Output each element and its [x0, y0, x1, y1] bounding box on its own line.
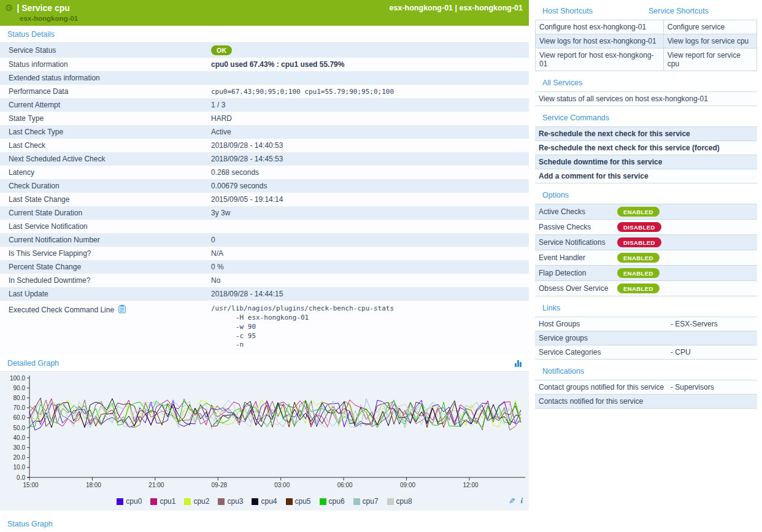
- service-command-link[interactable]: Add a comment for this service: [535, 169, 757, 183]
- section-title-detailed-graph[interactable]: Detailed Graph: [7, 359, 59, 368]
- status-row-label: Last Update: [0, 287, 207, 301]
- bar-chart-icon[interactable]: [515, 360, 521, 367]
- option-row: Passive ChecksDISABLED: [535, 220, 757, 235]
- host-shortcut-link[interactable]: View report for host esx-hongkong-01: [536, 48, 664, 71]
- status-row-label: Extended status information: [0, 71, 207, 85]
- svg-text:0.0: 0.0: [17, 474, 25, 481]
- notification-value[interactable]: - Supervisors: [671, 383, 714, 391]
- svg-text:60.0: 60.0: [13, 415, 26, 422]
- service-detail-page: ⚙ | Service cpu esx-hongkong-01 | esx-ho…: [0, 0, 762, 532]
- legend-item-cpu7: cpu7: [353, 497, 379, 506]
- status-row-value: 2018/09/28 - 14:45:53: [207, 152, 529, 166]
- status-row-value: Active: [207, 125, 529, 139]
- option-row: Obsess Over ServiceENABLED: [535, 281, 757, 296]
- info-icon[interactable]: i: [520, 496, 523, 506]
- status-row-value: N/A: [207, 247, 529, 260]
- status-row-label: Next Scheduled Active Check: [0, 152, 207, 166]
- host-subtitle[interactable]: esx-hongkong-01: [20, 15, 78, 22]
- options-title[interactable]: Options: [542, 191, 569, 199]
- option-state-badge[interactable]: DISABLED: [617, 237, 661, 247]
- section-title-status-graph[interactable]: Status Graph: [7, 520, 53, 528]
- option-state-badge[interactable]: ENABLED: [617, 268, 660, 278]
- edit-graph-icon[interactable]: ✎: [509, 496, 515, 506]
- status-row-label: State Type: [0, 112, 207, 125]
- status-row-value: 0.268 seconds: [207, 166, 529, 179]
- legend-swatch-cpu6: [320, 498, 326, 505]
- service-shortcut-link[interactable]: View logs for service cpu: [663, 34, 756, 48]
- status-row-label: Performance Data: [0, 85, 207, 98]
- breadcrumb[interactable]: esx-hongkong-01 | esx-hongkong-01: [390, 4, 523, 12]
- service-command-link[interactable]: Schedule downtime for this service: [535, 155, 757, 169]
- status-row-value: cpu0 used 67.43% : cpu1 used 55.79%: [207, 58, 529, 71]
- host-shortcuts-title[interactable]: Host Shortcuts: [542, 7, 593, 15]
- link-value[interactable]: - CPU: [671, 348, 691, 357]
- option-label: Passive Checks: [539, 223, 617, 231]
- clipboard-icon[interactable]: [118, 304, 126, 315]
- svg-text:03:00: 03:00: [274, 482, 290, 488]
- legend-label: cpu1: [160, 497, 175, 506]
- status-row-label: Check Duration: [0, 179, 207, 193]
- legend-swatch-cpu8: [387, 498, 394, 505]
- svg-text:30.0: 30.0: [13, 444, 26, 451]
- status-row: Next Scheduled Active Check2018/09/28 - …: [0, 152, 529, 166]
- option-state-badge[interactable]: ENABLED: [617, 283, 660, 293]
- service-shortcut-link[interactable]: Configure service: [663, 20, 756, 34]
- legend-label: cpu6: [329, 497, 345, 506]
- legend-swatch-cpu3: [218, 498, 225, 505]
- option-state-badge[interactable]: ENABLED: [617, 207, 660, 217]
- host-shortcut-link[interactable]: View logs for host esx-hongkong-01: [536, 34, 664, 48]
- service-commands-title[interactable]: Service Commands: [542, 114, 609, 122]
- links-title[interactable]: Links: [542, 304, 560, 312]
- status-row: Is This Service Flapping?N/A: [0, 247, 529, 260]
- option-state-badge[interactable]: DISABLED: [617, 222, 661, 232]
- status-row: Current Notification Number0: [0, 233, 529, 247]
- gear-icon[interactable]: ⚙: [5, 2, 13, 13]
- legend-swatch-cpu2: [184, 498, 191, 505]
- svg-text:90.0: 90.0: [13, 385, 26, 391]
- option-label: Event Handler: [539, 253, 617, 262]
- notifications-title[interactable]: Notifications: [542, 367, 584, 376]
- legend-swatch-cpu5: [286, 498, 293, 505]
- notifications-header: Notifications: [535, 360, 757, 380]
- status-row-value: 0 %: [207, 260, 529, 274]
- service-shortcuts-title[interactable]: Service Shortcuts: [648, 7, 709, 15]
- option-label: Service Notifications: [539, 238, 617, 247]
- status-row: Current Attempt1 / 3: [0, 98, 529, 112]
- section-title-status-details[interactable]: Status Details: [7, 30, 55, 39]
- option-row: Flap DetectionENABLED: [535, 266, 757, 281]
- status-row: Last Service Notification: [0, 220, 529, 233]
- service-command-link[interactable]: Re-schedule the next check for this serv…: [535, 126, 757, 141]
- status-row-label: Current State Duration: [0, 206, 207, 220]
- status-row: Current State Duration3y 3w: [0, 206, 529, 220]
- legend-label: cpu4: [261, 497, 277, 506]
- status-row-label: Last Check: [0, 139, 207, 152]
- status-row: Extended status information: [0, 71, 529, 85]
- page-title: | Service cpu: [17, 3, 69, 13]
- status-row-label: Is This Service Flapping?: [0, 247, 207, 260]
- link-label: Service Categories: [539, 348, 671, 357]
- series-cpu5: [29, 398, 521, 428]
- shortcut-row: View logs for host esx-hongkong-01View l…: [536, 34, 757, 48]
- svg-text:80.0: 80.0: [13, 395, 26, 401]
- options-header: Options: [535, 183, 757, 204]
- status-row: Last Check2018/09/28 - 14:40:53: [0, 139, 529, 152]
- service-command-link[interactable]: Re-schedule the next check for this serv…: [535, 141, 757, 155]
- service-shortcut-link[interactable]: View report for service cpu: [663, 48, 756, 71]
- all-services-link[interactable]: View status of all services on host esx-…: [535, 91, 757, 106]
- legend-label: cpu8: [396, 497, 412, 506]
- status-row: Service StatusOK: [0, 43, 529, 58]
- legend-actions: ✎i: [509, 496, 523, 506]
- svg-text:10.0: 10.0: [13, 465, 26, 471]
- status-row-value: [207, 75, 529, 80]
- notification-row: Contact groups notified for this service…: [535, 380, 757, 395]
- legend-item-cpu6: cpu6: [320, 497, 345, 506]
- link-value[interactable]: - ESX-Servers: [671, 320, 718, 328]
- host-shortcut-link[interactable]: Configure host esx-hongkong-01: [536, 20, 664, 34]
- notifications-list: Contact groups notified for this service…: [535, 380, 757, 409]
- status-row-label: Current Notification Number: [0, 233, 207, 247]
- all-services-title[interactable]: All Services: [542, 79, 582, 87]
- option-state-badge[interactable]: ENABLED: [617, 253, 660, 263]
- legend-label: cpu7: [363, 497, 379, 506]
- option-label: Active Checks: [539, 207, 617, 216]
- status-row: Percent State Change0 %: [0, 260, 529, 274]
